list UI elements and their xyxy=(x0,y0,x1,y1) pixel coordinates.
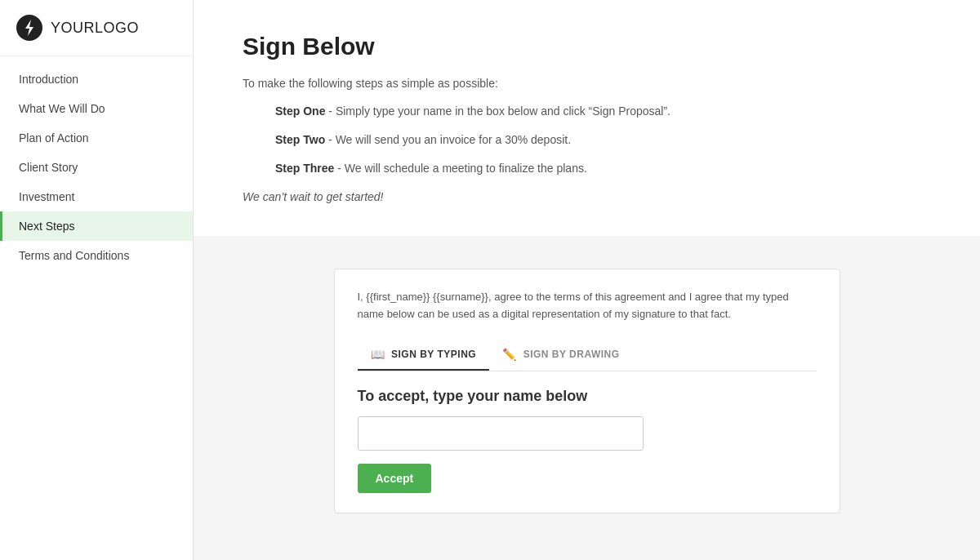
tab-sign-by-drawing[interactable]: ✏️ SIGN BY DRAWING xyxy=(489,340,632,371)
sidebar-item-next-steps[interactable]: Next Steps xyxy=(0,211,193,241)
sidebar: YOURLOGO Introduction What We Will Do Pl… xyxy=(0,0,194,560)
step-one-text: - Simply type your name in the box below… xyxy=(325,104,670,118)
step-three-label: Step Three xyxy=(275,162,334,175)
agreement-text: I, {{first_name}} {{surname}}, agree to … xyxy=(358,289,817,323)
sidebar-item-client-story[interactable]: Client Story xyxy=(0,153,193,182)
accept-button[interactable]: Accept xyxy=(358,464,432,493)
signature-card: I, {{first_name}} {{surname}}, agree to … xyxy=(334,269,840,513)
step-one: Step One - Simply type your name in the … xyxy=(275,103,931,120)
tab-sign-by-typing[interactable]: 📖 SIGN BY TYPING xyxy=(358,340,490,371)
logo-bold: YOUR xyxy=(51,20,95,36)
tab-typing-label: SIGN BY TYPING xyxy=(391,349,476,360)
sidebar-item-what-we-will-do[interactable]: What We Will Do xyxy=(0,94,193,123)
step-two: Step Two - We will send you an invoice f… xyxy=(275,131,931,149)
step-three: Step Three - We will schedule a meeting … xyxy=(275,160,931,177)
book-icon: 📖 xyxy=(371,348,385,361)
step-three-text: - We will schedule a meeting to finalize… xyxy=(334,162,586,175)
main-content: Sign Below To make the following steps a… xyxy=(194,0,980,560)
content-section: Sign Below To make the following steps a… xyxy=(194,0,980,236)
svg-marker-0 xyxy=(25,20,33,36)
step-two-text: - We will send you an invoice for a 30% … xyxy=(325,133,571,146)
sidebar-item-introduction[interactable]: Introduction xyxy=(0,64,193,94)
signature-section: I, {{first_name}} {{surname}}, agree to … xyxy=(194,236,980,546)
pen-icon: ✏️ xyxy=(502,348,517,361)
steps-list: Step One - Simply type your name in the … xyxy=(275,103,931,177)
lightning-icon xyxy=(23,20,36,36)
sign-tabs: 📖 SIGN BY TYPING ✏️ SIGN BY DRAWING xyxy=(358,340,817,371)
logo-light: LOGO xyxy=(95,20,139,36)
sidebar-item-plan-of-action[interactable]: Plan of Action xyxy=(0,123,193,153)
tab-drawing-label: SIGN BY DRAWING xyxy=(523,349,620,360)
step-two-label: Step Two xyxy=(275,133,325,146)
logo-icon xyxy=(16,15,42,41)
logo-text: YOURLOGO xyxy=(51,20,139,37)
nav-menu: Introduction What We Will Do Plan of Act… xyxy=(0,64,193,270)
logo-area: YOURLOGO xyxy=(0,0,193,56)
sidebar-item-investment[interactable]: Investment xyxy=(0,182,193,211)
intro-text: To make the following steps as simple as… xyxy=(243,77,931,90)
step-one-label: Step One xyxy=(275,104,325,118)
sidebar-item-terms-and-conditions[interactable]: Terms and Conditions xyxy=(0,241,193,270)
accept-label: To accept, type your name below xyxy=(358,388,817,405)
excited-text: We can’t wait to get started! xyxy=(243,190,931,203)
name-input[interactable] xyxy=(358,416,644,451)
page-title: Sign Below xyxy=(243,33,931,60)
